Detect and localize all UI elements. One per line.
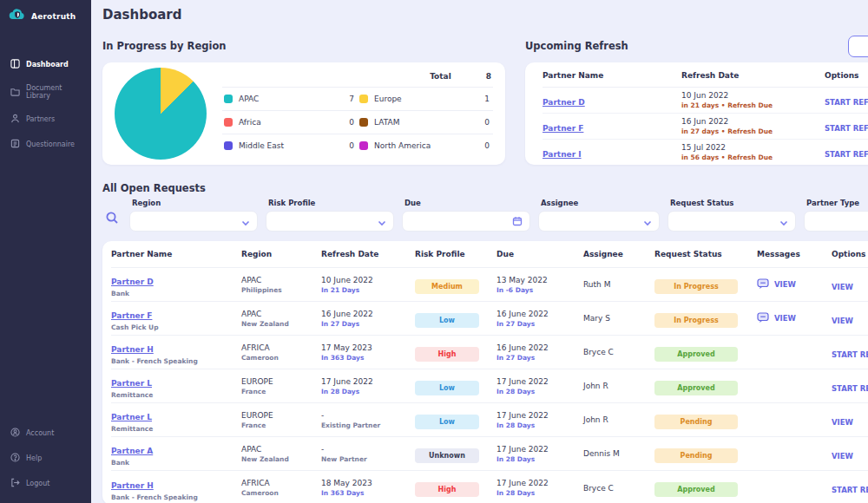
filters-bar: Region Risk Profile Due Assignee Request… bbox=[102, 199, 868, 232]
risk-badge: Low bbox=[415, 381, 479, 395]
request-status-select[interactable] bbox=[667, 211, 796, 232]
upcoming-refresh-title: Upcoming Refresh bbox=[525, 40, 628, 52]
pie-chart bbox=[115, 68, 207, 160]
refresh-due-note: in 27 days • Refresh Due bbox=[681, 127, 825, 135]
start-refresh-link[interactable]: START REFRESH bbox=[825, 150, 868, 159]
sidebar-item-help[interactable]: Help bbox=[0, 446, 91, 471]
sidebar-item-questionnaire[interactable]: Questionnaire bbox=[0, 132, 91, 157]
refresh-due-note: in 21 days • Refresh Due bbox=[681, 101, 825, 109]
table-header-row: Partner Name Region Refresh Date Risk Pr… bbox=[111, 241, 868, 268]
account-icon bbox=[10, 428, 20, 439]
sidebar-item-dashboard[interactable]: Dashboard bbox=[0, 52, 91, 77]
col-region: Region bbox=[241, 250, 321, 258]
risk-badge: Unknown bbox=[415, 448, 479, 463]
sidebar-item-account[interactable]: Account bbox=[0, 421, 91, 446]
sidebar-item-logout[interactable]: Logout bbox=[0, 471, 91, 496]
col-refresh-date: Refresh Date bbox=[321, 250, 415, 258]
partner-link[interactable]: Partner D bbox=[111, 278, 154, 286]
upcoming-refresh-table: Partner Name Refresh Date Options Partne… bbox=[525, 62, 868, 165]
brand-logo: Aerotruth bbox=[0, 0, 91, 31]
europe-swatch bbox=[359, 95, 368, 103]
table-row: Partner ABank APACNew Zealand -New Partn… bbox=[111, 437, 868, 471]
upcoming-refresh-section: Upcoming Refresh VIEW Partner Name Refre… bbox=[525, 33, 868, 165]
search-button[interactable] bbox=[102, 208, 122, 231]
col-options: Options bbox=[832, 250, 868, 258]
open-requests-section: All Open Requests bbox=[102, 179, 868, 195]
upcoming-row: Partner D 10 Jun 2022in 21 days • Refres… bbox=[542, 88, 868, 114]
partner-link[interactable]: Partner F bbox=[111, 311, 152, 320]
status-badge: In Progress bbox=[654, 279, 738, 294]
region-select[interactable] bbox=[129, 211, 258, 232]
risk-badge: Low bbox=[415, 313, 479, 328]
col-refresh-date: Refresh Date bbox=[681, 71, 825, 80]
partner-link[interactable]: Partner F bbox=[542, 124, 583, 133]
sidebar-item-label: Questionnaire bbox=[26, 140, 75, 148]
partner-link[interactable]: Partner A bbox=[111, 447, 153, 455]
chat-icon bbox=[757, 310, 769, 327]
options-link[interactable]: VIEW bbox=[832, 283, 853, 291]
sidebar-nav: Dashboard Document Library Partners Ques… bbox=[0, 52, 91, 157]
in-progress-title: In Progress by Region bbox=[102, 40, 227, 52]
start-refresh-link[interactable]: START REFRESH bbox=[825, 124, 868, 133]
table-row: Partner LRemittance EUROPEFrance -Existi… bbox=[111, 403, 868, 437]
col-due: Due bbox=[496, 250, 583, 258]
partner-link[interactable]: Partner L bbox=[111, 413, 152, 421]
sidebar-item-label: Help bbox=[26, 454, 42, 462]
risk-badge: Low bbox=[415, 415, 479, 429]
options-link[interactable]: START REFRESH bbox=[832, 486, 868, 494]
upcoming-row: Partner F 16 Jun 2022in 27 days • Refres… bbox=[542, 114, 868, 140]
col-partner-name: Partner Name bbox=[111, 250, 241, 258]
options-link[interactable]: START REFRESH bbox=[832, 384, 868, 393]
partner-link[interactable]: Partner D bbox=[542, 98, 585, 107]
status-badge: Pending bbox=[654, 448, 738, 463]
filter-region: Region bbox=[129, 199, 258, 232]
options-link[interactable]: START REFRESH bbox=[832, 350, 868, 359]
status-badge: Pending bbox=[654, 415, 738, 429]
options-link[interactable]: VIEW bbox=[832, 317, 853, 325]
chevron-down-icon bbox=[779, 213, 788, 230]
messages-view-link[interactable]: VIEW bbox=[774, 280, 796, 289]
partner-link[interactable]: Partner L bbox=[111, 379, 152, 388]
filter-assignee: Assignee bbox=[538, 199, 660, 232]
partner-link[interactable]: Partner I bbox=[542, 150, 582, 159]
main-content: Dashboard In Progress by Region Total 8 bbox=[91, 0, 868, 503]
options-link[interactable]: VIEW bbox=[832, 418, 853, 427]
status-badge: Approved bbox=[654, 482, 738, 497]
col-assignee: Assignee bbox=[583, 250, 654, 258]
table-row: Partner HBank - French Speaking AFRICACa… bbox=[111, 471, 868, 503]
options-link[interactable]: VIEW bbox=[832, 452, 853, 461]
partner-link[interactable]: Partner H bbox=[111, 481, 154, 490]
upcoming-view-all-button[interactable]: VIEW bbox=[848, 36, 868, 57]
risk-profile-select[interactable] bbox=[266, 211, 394, 232]
total-label: Total bbox=[430, 72, 451, 81]
logout-icon bbox=[10, 478, 20, 489]
partner-type-select[interactable] bbox=[804, 211, 868, 232]
assignee-select[interactable] bbox=[538, 211, 660, 232]
middle-east-swatch bbox=[224, 141, 233, 150]
status-badge: In Progress bbox=[654, 313, 738, 328]
sidebar-item-partners[interactable]: Partners bbox=[0, 107, 91, 132]
table-row: Partner DBank APACPhilippines 10 June 20… bbox=[111, 268, 868, 302]
risk-badge: Medium bbox=[415, 279, 479, 294]
in-progress-section: In Progress by Region Total 8 APAC bbox=[102, 33, 505, 165]
sidebar: Aerotruth Dashboard Document Library Par… bbox=[0, 0, 91, 503]
search-icon bbox=[105, 211, 119, 228]
chevron-down-icon bbox=[643, 213, 652, 230]
chat-icon bbox=[757, 277, 769, 293]
messages-view-link[interactable]: VIEW bbox=[774, 314, 796, 323]
due-date-picker[interactable] bbox=[402, 211, 530, 232]
col-partner-name: Partner Name bbox=[542, 71, 681, 80]
col-risk-profile: Risk Profile bbox=[415, 250, 496, 258]
sidebar-item-document-library[interactable]: Document Library bbox=[0, 77, 91, 107]
open-requests-table: Partner Name Region Refresh Date Risk Pr… bbox=[102, 241, 868, 503]
filter-request-status: Request Status bbox=[667, 199, 796, 232]
partner-link[interactable]: Partner H bbox=[111, 345, 154, 354]
region-chart-card: Total 8 APAC 7 Europe bbox=[102, 62, 505, 165]
help-icon bbox=[10, 453, 20, 464]
chevron-down-icon bbox=[241, 213, 250, 230]
sidebar-item-label: Logout bbox=[26, 480, 49, 487]
apac-swatch bbox=[224, 95, 233, 103]
table-row: Partner FCash Pick Up APACNew Zealand 16… bbox=[111, 302, 868, 336]
legend-item-north-america: North America 0 bbox=[358, 134, 493, 157]
start-refresh-link[interactable]: START REFRESH bbox=[825, 98, 868, 107]
